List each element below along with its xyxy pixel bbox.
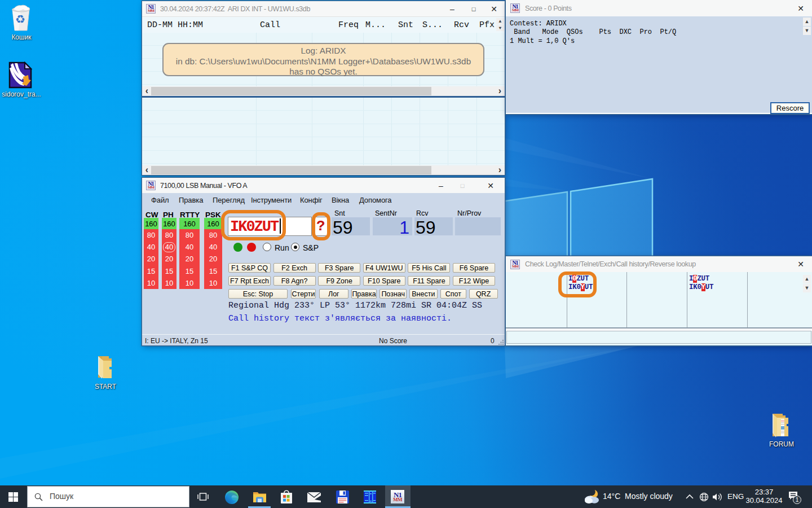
svg-text:♻: ♻ (15, 13, 25, 25)
